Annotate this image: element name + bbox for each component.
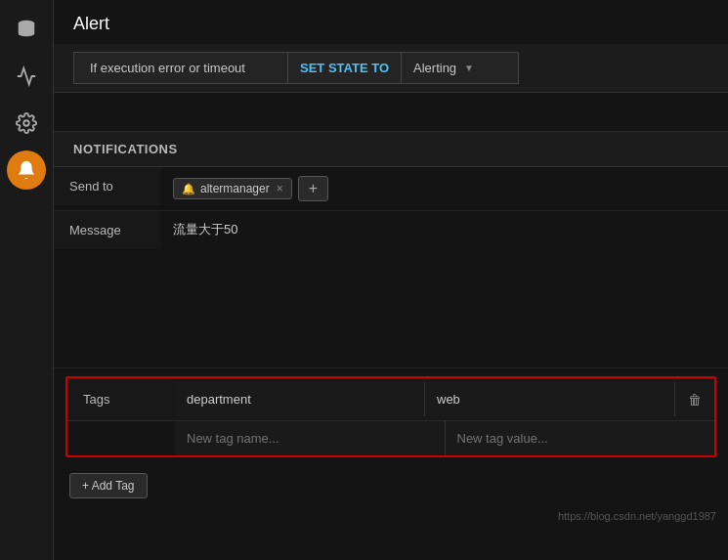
- message-row: Message 流量大于50: [54, 211, 728, 368]
- add-tag-button[interactable]: + Add Tag: [69, 473, 148, 498]
- chip-close-btn[interactable]: ×: [277, 182, 283, 195]
- add-tag-row: + Add Tag: [54, 465, 728, 506]
- sidebar-item-database[interactable]: [7, 10, 46, 49]
- new-tag-name-input[interactable]: [175, 421, 446, 455]
- tag-delete-button[interactable]: 🗑: [675, 382, 714, 417]
- sidebar-item-alert[interactable]: [7, 151, 46, 190]
- tag-name-input[interactable]: [175, 382, 425, 416]
- tags-label: Tags: [67, 380, 175, 418]
- new-tag-value-input[interactable]: [446, 421, 715, 455]
- svg-point-1: [23, 120, 29, 126]
- notifications-form: Send to 🔔 altermanager × + Message 流量大于5…: [54, 167, 728, 368]
- notifications-section: Notifications Send to 🔔 altermanager × +…: [54, 132, 728, 560]
- message-label: Message: [54, 211, 161, 249]
- spacer-row: [54, 93, 728, 132]
- watermark: https://blog.csdn.net/yanggd1987: [54, 506, 728, 526]
- chip-label: altermanager: [200, 182, 270, 195]
- new-tag-row: [67, 421, 714, 455]
- message-value: 流量大于50: [161, 211, 728, 367]
- state-value: Alerting: [413, 61, 456, 75]
- trash-icon: 🗑: [688, 392, 702, 408]
- send-to-value: 🔔 altermanager × +: [161, 167, 728, 210]
- tag-row: Tags 🗑: [67, 378, 714, 421]
- send-to-label: Send to: [54, 167, 161, 205]
- main-content: Alert If execution error or timeout SET …: [54, 0, 728, 560]
- notifications-header: Notifications: [54, 132, 728, 167]
- chevron-down-icon: ▼: [464, 63, 474, 73]
- bell-icon: 🔔: [182, 183, 195, 195]
- state-select[interactable]: Alerting ▼: [402, 52, 519, 84]
- rule-condition: If execution error or timeout: [73, 52, 288, 84]
- sidebar-item-chart[interactable]: [7, 57, 46, 96]
- set-state-label: SET STATE TO: [288, 52, 402, 84]
- altermanager-chip[interactable]: 🔔 altermanager ×: [173, 178, 292, 199]
- sidebar: [0, 0, 54, 560]
- tag-value-input[interactable]: [425, 382, 675, 416]
- alert-rule-row: If execution error or timeout SET STATE …: [54, 44, 728, 93]
- page-title: Alert: [54, 0, 728, 44]
- send-to-row: Send to 🔔 altermanager × +: [54, 167, 728, 211]
- tags-section: Tags 🗑: [65, 376, 716, 457]
- add-channel-button[interactable]: +: [298, 176, 328, 201]
- sidebar-item-settings[interactable]: [7, 104, 46, 143]
- message-text: 流量大于50: [173, 221, 237, 238]
